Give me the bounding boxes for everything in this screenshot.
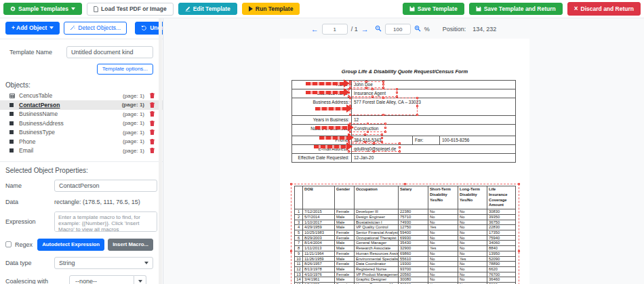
object-list-item[interactable]: Email(page: 1) <box>0 146 163 156</box>
resize-handle[interactable] <box>404 183 406 185</box>
object-list-item[interactable]: Phone(page: 1) <box>0 137 163 146</box>
document-page[interactable]: Group Life & Disability Quote Request/Ce… <box>280 39 529 284</box>
resize-handle[interactable] <box>373 142 375 144</box>
object-list-item[interactable]: ContactPerson(page: 1) <box>0 100 163 110</box>
next-page-button[interactable]: → <box>361 26 369 33</box>
play-icon <box>249 6 253 12</box>
resize-handle[interactable] <box>349 114 351 116</box>
load-test-pdf-button[interactable]: Load Test PDF or Image <box>87 3 174 16</box>
selection-rect-business-address[interactable] <box>350 98 418 115</box>
discard-return-button[interactable]: × Discard and Return <box>567 2 641 16</box>
field-icon <box>9 121 15 125</box>
resize-handle[interactable] <box>399 150 401 153</box>
resize-handle[interactable] <box>416 105 418 107</box>
resize-handle[interactable] <box>416 97 418 99</box>
resize-handle[interactable] <box>290 250 292 252</box>
delete-object-icon[interactable] <box>150 102 155 108</box>
resize-handle[interactable] <box>373 150 375 153</box>
resize-handle[interactable] <box>364 134 366 136</box>
pencil-icon <box>185 6 190 12</box>
zoom-level-input[interactable] <box>385 24 411 35</box>
resize-handle[interactable] <box>382 97 384 99</box>
edit-template-button[interactable]: Edit Template <box>178 3 237 16</box>
object-name: BusinessType <box>19 129 123 136</box>
zoom-out-icon[interactable] <box>375 25 382 33</box>
resize-handle[interactable] <box>518 183 520 185</box>
resize-handle[interactable] <box>381 134 383 136</box>
selection-rect-nature[interactable] <box>350 123 386 132</box>
chevron-down-icon <box>71 7 75 10</box>
object-name: BusinessName <box>19 110 123 117</box>
field-icon <box>9 130 15 134</box>
close-icon: × <box>574 5 578 12</box>
position-value: 134, 232 <box>472 26 496 33</box>
resize-handle[interactable] <box>290 183 292 185</box>
resize-handle[interactable] <box>416 114 418 116</box>
previous-page-button[interactable]: ← <box>311 26 319 33</box>
resize-handle[interactable] <box>382 114 384 116</box>
delete-object-icon[interactable] <box>150 121 155 126</box>
selection-rect-business-name[interactable] <box>348 89 397 97</box>
resize-handle[interactable] <box>396 88 398 90</box>
page-number-input[interactable] <box>322 24 348 35</box>
resize-handle[interactable] <box>348 150 350 153</box>
save-template-return-button[interactable]: Save Template and Return <box>469 3 563 16</box>
resize-handle[interactable] <box>381 137 383 139</box>
annotation-arrow-phone <box>319 136 348 140</box>
annotation-arrow-nature <box>315 126 348 129</box>
object-list-item[interactable]: BusinessType(page: 1) <box>0 128 163 138</box>
object-page: (page: 1) <box>123 138 144 144</box>
detect-objects-button[interactable]: Detect Objects... <box>64 22 127 35</box>
resize-handle[interactable] <box>367 131 369 133</box>
save-icon <box>476 6 481 12</box>
resize-handle[interactable] <box>382 83 384 85</box>
resize-handle[interactable] <box>384 131 386 133</box>
resize-handle[interactable] <box>396 92 398 94</box>
selection-rect-name[interactable] <box>350 81 384 88</box>
selection-rect-email[interactable] <box>348 143 400 152</box>
save-icon <box>409 6 415 12</box>
coalescing-dropdown-button[interactable] <box>134 275 146 284</box>
resize-handle[interactable] <box>365 81 367 83</box>
object-list-item[interactable]: BusinessName(page: 1) <box>0 110 163 119</box>
data-type-label: Data type <box>5 260 54 266</box>
run-template-button[interactable]: Run Template <box>242 3 300 16</box>
data-rectangle-value: rectangle: (178.5, 111, 76.5, 15) <box>54 199 140 205</box>
regex-checkbox[interactable] <box>5 241 12 247</box>
add-object-button[interactable]: + Add Object <box>5 22 60 35</box>
sample-templates-button[interactable]: Sample Templates <box>3 3 82 16</box>
resize-handle[interactable] <box>371 88 374 90</box>
resize-handle[interactable] <box>399 146 401 148</box>
resize-handle[interactable] <box>382 81 384 83</box>
expression-textarea[interactable] <box>54 211 157 232</box>
field-icon <box>9 103 15 107</box>
resize-handle[interactable] <box>367 123 369 125</box>
template-options-button[interactable]: Template options... <box>97 64 153 75</box>
object-name: Email <box>19 147 123 154</box>
selection-rect-census-table[interactable] <box>291 184 519 284</box>
object-list-item[interactable]: CencusTable(page: 1) <box>0 92 163 101</box>
delete-object-icon[interactable] <box>150 93 155 98</box>
resize-handle[interactable] <box>384 123 386 125</box>
resize-handle[interactable] <box>399 142 401 144</box>
insert-macro-button[interactable]: Insert Macro... <box>108 239 153 251</box>
resize-handle[interactable] <box>349 97 351 99</box>
resize-handle[interactable] <box>384 127 386 129</box>
save-template-button[interactable]: Save Template <box>403 3 464 16</box>
zoom-in-icon[interactable] <box>414 25 421 33</box>
object-list-item[interactable]: BusinessAddress(page: 1) <box>0 119 163 128</box>
autodetect-expression-button[interactable]: Autodetect Expression <box>37 239 104 251</box>
object-page: (page: 1) <box>123 93 144 99</box>
delete-object-icon[interactable] <box>150 111 155 117</box>
delete-object-icon[interactable] <box>150 139 155 144</box>
object-name: Phone <box>19 138 123 145</box>
resize-handle[interactable] <box>518 250 520 252</box>
template-name-input[interactable] <box>66 46 153 58</box>
undo-button[interactable]: Undo <box>135 22 163 35</box>
delete-object-icon[interactable] <box>150 148 155 153</box>
object-name-input[interactable] <box>54 180 157 192</box>
document-title: Group Life & Disability Quote Request/Ce… <box>280 68 529 75</box>
delete-object-icon[interactable] <box>150 129 155 135</box>
coalescing-select[interactable]: --none-- <box>69 275 134 284</box>
data-type-select[interactable]: String <box>54 257 153 269</box>
